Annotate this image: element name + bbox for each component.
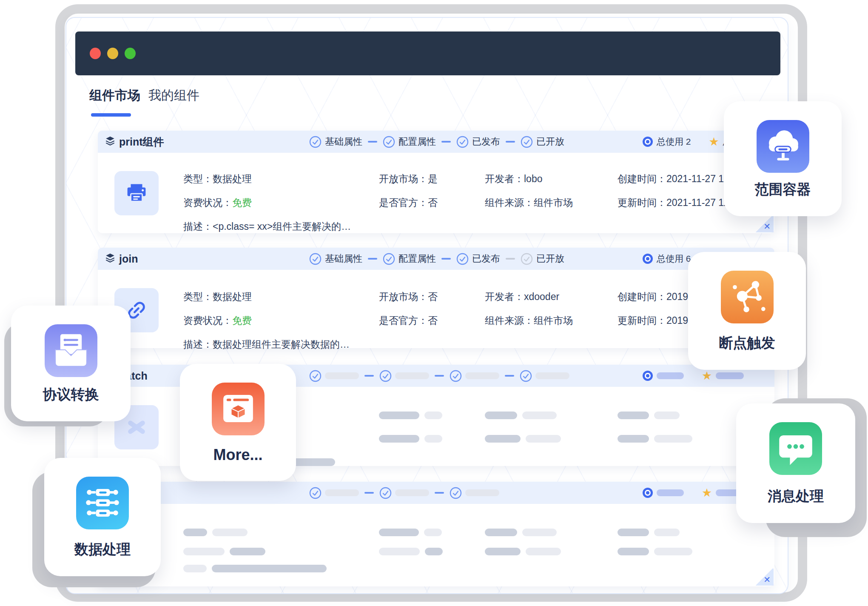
field-type: 类型：数据处理 (183, 172, 252, 186)
floating-card-more[interactable]: More... (180, 364, 296, 481)
floating-card-protocol-convert[interactable]: 协议转换 (11, 306, 131, 421)
card-corner-close-button[interactable]: ✕ (755, 569, 774, 586)
skeleton-row (183, 565, 327, 572)
tab-component-market[interactable]: 组件市场 (89, 87, 140, 104)
traffic-light-minimize-button[interactable] (107, 48, 118, 59)
step-label: 配置属性 (398, 252, 436, 265)
skeleton-pill (230, 548, 265, 555)
field-updated: 更新时间：2021-11-27 11:2 (618, 196, 737, 209)
field-updated: 更新时间：2019-1 (618, 314, 697, 327)
skeleton-row (618, 548, 692, 555)
skeleton-pill (395, 372, 429, 379)
skeleton-pill (485, 548, 521, 555)
check-circle-icon (383, 253, 395, 265)
skeleton-pill (325, 489, 359, 496)
field-created: 创建时间：2021-11-27 11:2 (618, 172, 737, 186)
step-dash (506, 258, 515, 260)
field-type: 类型：数据处理 (183, 290, 252, 303)
card-corner-close-button[interactable]: ✕ (755, 215, 774, 232)
skeleton-pill (183, 529, 207, 536)
step-dash (506, 141, 515, 143)
skeleton-pill (654, 529, 680, 536)
floating-card-label: 数据处理 (44, 540, 161, 559)
skeleton-pill (485, 529, 517, 536)
field-official: 是否官方：否 (379, 314, 438, 327)
printer-icon (114, 171, 159, 215)
field-description: 描述：数据处理组件主要解决数据的… (183, 338, 350, 351)
skeleton-row (485, 548, 561, 555)
usage-eye-icon (643, 488, 653, 498)
component-card-print[interactable]: print组件 基础属性 配置属性 已发布 已开放 总使用 2 (98, 131, 774, 233)
step-label: 基础属性 (325, 135, 362, 148)
floating-card-label: More... (180, 446, 296, 464)
skeleton-pill (379, 412, 419, 419)
card-header: ★ (98, 482, 774, 504)
skeleton-pill (485, 435, 521, 443)
card-meta-skeleton: ★ (643, 482, 744, 504)
floating-card-data-processing[interactable]: 数据处理 (44, 458, 161, 576)
skeleton-pill (424, 412, 442, 419)
step-label: 配置属性 (398, 135, 436, 148)
skeleton-pill (526, 435, 561, 443)
step-label: 已开放 (536, 252, 564, 265)
rating-star-icon: ★ (702, 487, 712, 499)
check-circle-icon (456, 136, 469, 148)
skeleton-row (618, 435, 692, 443)
step-dash (505, 375, 514, 377)
field-fee: 资费状况：免费 (183, 314, 252, 327)
skeleton-row (618, 412, 680, 419)
floating-card-breakpoint-trigger[interactable]: 断点触发 (688, 252, 806, 370)
skeleton-pill (212, 529, 248, 536)
step-label: 已开放 (536, 135, 564, 148)
skeleton-pill (657, 489, 684, 496)
floating-card-range-container[interactable]: 范围容器 (724, 101, 842, 216)
check-circle-icon (450, 487, 462, 499)
field-created: 创建时间：2019-1 (618, 290, 697, 303)
skeleton-pill (379, 435, 419, 443)
skeleton-row (485, 412, 557, 419)
check-circle-icon (450, 370, 462, 382)
step-dash (435, 492, 444, 494)
skeleton-pill (535, 372, 569, 379)
skeleton-row (379, 412, 442, 419)
tab-my-components[interactable]: 我的组件 (148, 87, 199, 104)
skeleton-pill (465, 489, 499, 496)
app-window: 组件市场 我的组件 print组件 基础属性 配置属性 已发布 (65, 17, 788, 594)
skeleton-pill (183, 565, 207, 572)
skeleton-row (485, 435, 561, 443)
step-dash (368, 258, 377, 260)
traffic-light-zoom-button[interactable] (125, 48, 136, 59)
step-dash (441, 258, 451, 260)
traffic-light-close-button[interactable] (90, 48, 101, 59)
skeleton-pill (485, 412, 517, 419)
step-dash (368, 141, 377, 143)
status-steps: 基础属性 配置属性 已发布 已开放 (309, 248, 564, 270)
layers-icon (105, 252, 116, 265)
active-tab-underline (91, 113, 131, 117)
usage-eye-icon (643, 137, 653, 147)
rating-star-icon: ★ (702, 370, 712, 382)
inbox-convert-icon (45, 324, 97, 377)
component-title: join (119, 253, 138, 265)
check-circle-icon (456, 253, 469, 265)
check-circle-icon (521, 136, 533, 148)
field-source: 组件来源：组件市场 (485, 196, 573, 209)
skeleton-pill (618, 435, 649, 443)
skeleton-pill (618, 548, 649, 555)
usage-eye-icon (643, 254, 653, 264)
skeleton-pill (526, 548, 561, 555)
component-card-skeleton[interactable]: ★ ✕ (98, 482, 774, 586)
skeleton-pill (465, 372, 499, 379)
skeleton-row (183, 548, 265, 555)
skeleton-pill (654, 435, 692, 443)
skeleton-pill (425, 548, 443, 555)
usage-count: 总使用 2 (657, 136, 691, 148)
skeleton-pill (325, 372, 359, 379)
floating-card-label: 协议转换 (11, 385, 131, 404)
component-card-join[interactable]: join 基础属性 配置属性 已发布 已开放 总使用 6 (98, 248, 774, 348)
floating-card-message-processing[interactable]: 消息处理 (736, 403, 855, 523)
skeleton-pill (522, 412, 557, 419)
window-titlebar (75, 31, 780, 75)
skeleton-pill (424, 529, 442, 536)
field-description: 描述：<p.class= xx>组件主要解决的… (183, 220, 351, 233)
